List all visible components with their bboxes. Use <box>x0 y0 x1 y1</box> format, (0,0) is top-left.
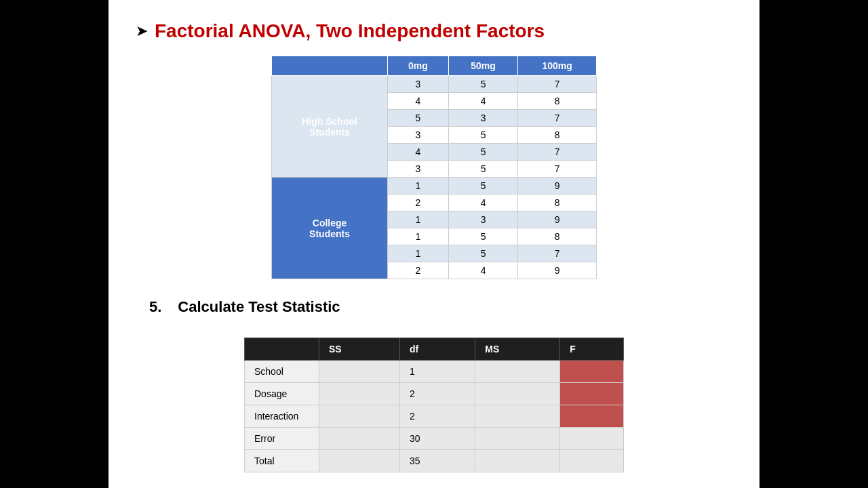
anova-row-label: Error <box>245 428 319 450</box>
college-label: CollegeStudents <box>272 178 388 279</box>
table-cell: 1 <box>388 228 449 245</box>
table-cell: 3 <box>388 161 449 178</box>
anova-row-label: Dosage <box>245 383 319 405</box>
anova-df-cell: 35 <box>400 450 475 472</box>
anova-ms-cell <box>475 361 560 383</box>
table-cell: 9 <box>518 262 597 279</box>
table-row: CollegeStudents159 <box>272 178 597 195</box>
arrow-icon: ➤ <box>136 22 148 40</box>
anova-col-ms: MS <box>475 338 560 361</box>
table-cell: 7 <box>518 161 597 178</box>
anova-row-label: Total <box>245 450 319 472</box>
anova-ss-cell <box>319 428 400 450</box>
data-table: 0mg 50mg 100mg High SchoolStudents357448… <box>271 56 597 279</box>
table-cell: 1 <box>388 178 449 195</box>
anova-row: Dosage2 <box>245 383 624 405</box>
anova-col-df: df <box>400 338 475 361</box>
anova-ms-cell <box>475 383 560 405</box>
table-cell: 5 <box>448 245 518 262</box>
anova-table-wrapper: SS df MS F School1Dosage2Interaction2Err… <box>136 338 732 472</box>
data-table-header-row: 0mg 50mg 100mg <box>272 56 597 76</box>
col-header-empty <box>272 56 388 76</box>
table-cell: 4 <box>448 195 518 211</box>
table-cell: 5 <box>448 127 518 144</box>
table-cell: 5 <box>448 76 518 93</box>
anova-table: SS df MS F School1Dosage2Interaction2Err… <box>244 338 624 472</box>
anova-ss-cell <box>319 405 400 428</box>
table-cell: 4 <box>388 144 449 161</box>
table-cell: 3 <box>448 110 518 127</box>
anova-header-row: SS df MS F <box>245 338 624 361</box>
table-cell: 8 <box>518 195 597 211</box>
anova-row: Total35 <box>245 450 624 472</box>
anova-row: Error30 <box>245 428 624 450</box>
anova-row-label: School <box>245 361 319 383</box>
anova-df-cell: 1 <box>400 361 475 383</box>
section5-number: 5. <box>149 298 161 316</box>
anova-row-label: Interaction <box>245 405 319 428</box>
table-cell: 5 <box>448 178 518 195</box>
table-cell: 8 <box>518 228 597 245</box>
col-header-100mg: 100mg <box>518 56 597 76</box>
table-cell: 5 <box>448 144 518 161</box>
anova-df-cell: 2 <box>400 405 475 428</box>
table-cell: 4 <box>448 93 518 110</box>
anova-ss-cell <box>319 450 400 472</box>
data-table-wrapper: 0mg 50mg 100mg High SchoolStudents357448… <box>136 56 732 279</box>
anova-ss-cell <box>319 361 400 383</box>
table-cell: 7 <box>518 76 597 93</box>
anova-df-cell: 30 <box>400 428 475 450</box>
table-cell: 2 <box>388 262 449 279</box>
table-cell: 5 <box>448 228 518 245</box>
table-cell: 3 <box>388 76 449 93</box>
table-cell: 1 <box>388 211 449 228</box>
anova-col-f: F <box>560 338 624 361</box>
anova-f-cell <box>560 428 624 450</box>
table-cell: 9 <box>518 211 597 228</box>
anova-ms-cell <box>475 428 560 450</box>
anova-ms-cell <box>475 450 560 472</box>
table-cell: 5 <box>388 110 449 127</box>
table-cell: 7 <box>518 110 597 127</box>
anova-df-cell: 2 <box>400 383 475 405</box>
anova-col-label <box>245 338 319 361</box>
anova-ss-cell <box>319 383 400 405</box>
anova-ms-cell <box>475 405 560 428</box>
anova-col-ss: SS <box>319 338 400 361</box>
anova-f-cell <box>560 450 624 472</box>
table-cell: 3 <box>448 211 518 228</box>
anova-row: School1 <box>245 361 624 383</box>
section5-title: Calculate Test Statistic <box>178 298 340 316</box>
table-cell: 2 <box>388 195 449 211</box>
slide: ➤ Factorial ANOVA, Two Independent Facto… <box>108 0 760 488</box>
table-cell: 8 <box>518 93 597 110</box>
slide-title: Factorial ANOVA, Two Independent Factors <box>155 20 545 42</box>
table-cell: 7 <box>518 144 597 161</box>
anova-f-cell-red <box>560 383 624 405</box>
table-cell: 5 <box>448 161 518 178</box>
high-school-label: High SchoolStudents <box>272 76 388 178</box>
table-cell: 3 <box>388 127 449 144</box>
table-cell: 9 <box>518 178 597 195</box>
title-row: ➤ Factorial ANOVA, Two Independent Facto… <box>136 20 732 42</box>
anova-row: Interaction2 <box>245 405 624 428</box>
table-row: High SchoolStudents357 <box>272 76 597 93</box>
anova-f-cell-red <box>560 361 624 383</box>
table-cell: 7 <box>518 245 597 262</box>
table-cell: 1 <box>388 245 449 262</box>
col-header-0mg: 0mg <box>388 56 449 76</box>
col-header-50mg: 50mg <box>448 56 518 76</box>
table-cell: 4 <box>388 93 449 110</box>
table-cell: 8 <box>518 127 597 144</box>
anova-f-cell-red <box>560 405 624 428</box>
table-cell: 4 <box>448 262 518 279</box>
